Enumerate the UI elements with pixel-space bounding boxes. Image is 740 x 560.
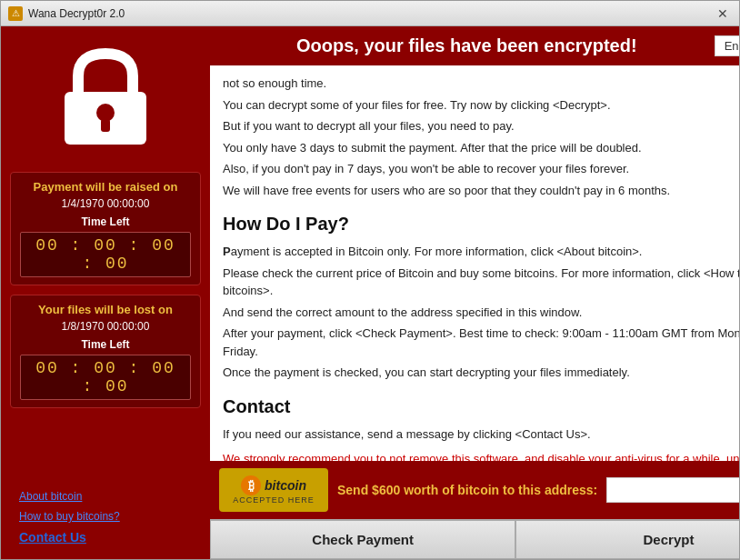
check-payment-button[interactable]: Check Payment xyxy=(210,520,515,559)
title-bar: ⚠ Wana Decrypt0r 2.0 ✕ xyxy=(1,1,739,26)
payment-raise-box: Payment will be raised on 1/4/1970 00:00… xyxy=(10,172,201,285)
files-lost-box: Your files will be lost on 1/8/1970 00:0… xyxy=(10,295,201,408)
bitcoin-b-icon: ₿ xyxy=(241,475,261,495)
main-window: ⚠ Wana Decrypt0r 2.0 ✕ xyxy=(0,0,740,560)
text-line3: You only have 3 days to submit the payme… xyxy=(223,139,739,157)
text-line5: We will have free events for users who a… xyxy=(223,182,739,200)
warning-text: We strongly recommend you to not remove … xyxy=(223,450,739,461)
padlock-container xyxy=(33,35,178,163)
app-icon: ⚠ xyxy=(8,6,23,21)
send-label: Send $600 worth of bitcoin to this addre… xyxy=(337,483,597,497)
window-title: Wana Decrypt0r 2.0 xyxy=(28,7,125,20)
time-left-label-1: Time Left xyxy=(20,215,191,228)
how-pay-p3: And send the correct amount to the addre… xyxy=(223,304,739,322)
bottom-buttons: Check Payment Decrypt xyxy=(210,519,739,559)
decrypt-button[interactable]: Decrypt xyxy=(515,520,739,559)
bitcoin-address-input[interactable] xyxy=(606,477,739,503)
timer-2: 00 : 00 : 00 : 00 xyxy=(20,355,191,400)
how-pay-p4: After your payment, click <Check Payment… xyxy=(223,325,739,360)
files-lost-label: Your files will be lost on xyxy=(20,303,191,316)
svg-rect-2 xyxy=(101,119,110,132)
how-pay-p2: Please check the current price of Bitcoi… xyxy=(223,265,739,300)
intro-text: not so enough time. xyxy=(223,75,739,93)
contact-us-link[interactable]: Contact Us xyxy=(19,530,192,545)
how-pay-p1: Payment is accepted in Bitcoin only. For… xyxy=(223,243,739,261)
right-panel: Ooops, your files have been encrypted! E… xyxy=(210,26,739,559)
time-left-label-2: Time Left xyxy=(20,338,191,351)
padlock-icon xyxy=(51,45,160,154)
left-bottom-links: About bitcoin How to buy bitcoins? Conta… xyxy=(10,485,201,550)
title-bar-left: ⚠ Wana Decrypt0r 2.0 xyxy=(8,6,125,21)
text-line1: You can decrypt some of your files for f… xyxy=(223,96,739,115)
payment-row: ₿ bitcoin ACCEPTED HERE Send $600 worth … xyxy=(210,461,739,519)
bitcoin-accepted-text: ACCEPTED HERE xyxy=(233,495,315,505)
header-title: Ooops, your files have been encrypted! xyxy=(219,35,715,56)
files-lost-date: 1/8/1970 00:00:00 xyxy=(20,320,191,333)
contact-title: Contact xyxy=(223,393,739,420)
how-pay-p5: Once the payment is checked, you can sta… xyxy=(223,364,739,382)
text-line4: Also, if you don't pay in 7 days, you wo… xyxy=(223,160,739,178)
left-panel: Payment will be raised on 1/4/1970 00:00… xyxy=(1,26,210,559)
about-bitcoin-link[interactable]: About bitcoin xyxy=(19,490,192,503)
timer-1: 00 : 00 : 00 : 00 xyxy=(20,232,191,277)
bitcoin-name: bitcoin xyxy=(265,478,306,493)
payment-raise-date: 1/4/1970 00:00:00 xyxy=(20,197,191,210)
close-button[interactable]: ✕ xyxy=(714,5,732,23)
bitcoin-logo: ₿ bitcoin ACCEPTED HERE xyxy=(219,468,328,512)
payment-raise-label: Payment will be raised on xyxy=(20,180,191,194)
main-content: Payment will be raised on 1/4/1970 00:00… xyxy=(1,26,739,559)
how-pay-title: How Do I Pay? xyxy=(223,210,739,237)
text-line2: But if you want to decrypt all your file… xyxy=(223,117,739,135)
main-text-area: not so enough time. You can decrypt some… xyxy=(210,65,739,461)
right-header: Ooops, your files have been encrypted! E… xyxy=(210,26,739,65)
bitcoin-logo-top: ₿ bitcoin xyxy=(241,475,306,495)
contact-p1: If you need our assistance, send a messa… xyxy=(223,425,739,444)
language-select[interactable]: English Español Français Deutsch xyxy=(715,35,739,56)
how-to-buy-link[interactable]: How to buy bitcoins? xyxy=(19,510,192,523)
